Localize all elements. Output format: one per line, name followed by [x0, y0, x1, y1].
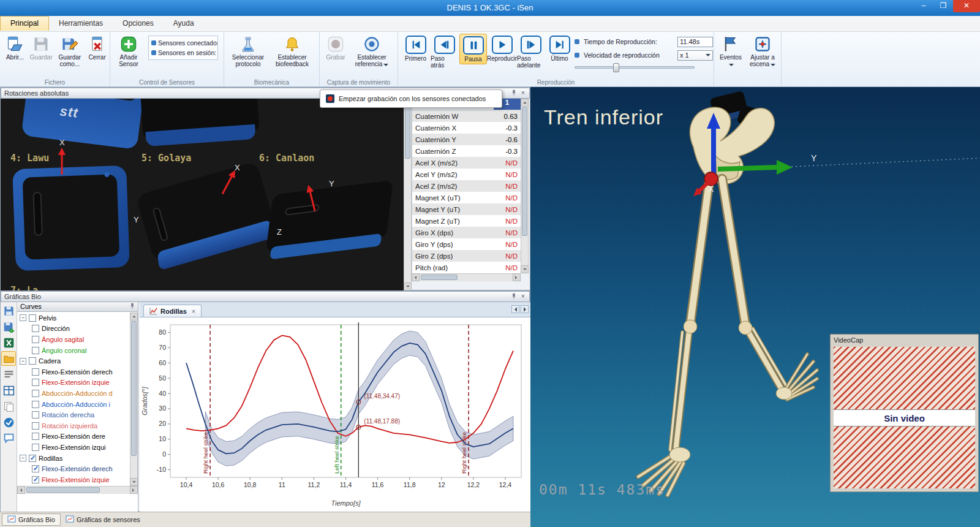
excel-icon[interactable] [1, 335, 16, 350]
tree-item-flexo-extensión-izquie[interactable]: Flexo-Extensión izquie [17, 474, 130, 485]
checkbox[interactable] [29, 357, 36, 365]
table-row[interactable]: Magnet X (uT)N/D [412, 192, 521, 203]
checkbox[interactable] [32, 401, 39, 408]
table-row[interactable]: Giro Z (dps)N/D [412, 250, 521, 262]
tab-rodillas[interactable]: Rodillas × [143, 305, 202, 317]
playback-time-input[interactable]: 11.48s [677, 37, 713, 47]
table-row[interactable]: Cuaternión Y-0.6 [412, 134, 521, 145]
menu-tab-herramientas[interactable]: Herramientas [49, 17, 113, 31]
tree-item-flexo-extensión-derech[interactable]: Flexo-Extensión derech [17, 366, 130, 377]
checkbox[interactable] [32, 379, 39, 386]
tree-item-rodillas[interactable]: −Rodillas [17, 453, 130, 464]
close-button[interactable]: ✕ [953, 0, 980, 12]
open-button[interactable]: Abrir... [2, 34, 28, 61]
checkbox[interactable] [32, 347, 39, 354]
menu-tab-principal[interactable]: Principal [0, 16, 49, 31]
checkbox[interactable] [32, 336, 39, 343]
checkbox[interactable] [29, 314, 36, 322]
statusbar-tab-gráficas-de-sensores[interactable]: Gráficas de sensores [61, 514, 145, 526]
set-reference-button[interactable]: Establecer referencia [350, 34, 393, 67]
playback-paso-adelante[interactable]: Paso adelante [517, 34, 545, 70]
table-row[interactable]: Acel Y (m/s2)N/D [412, 169, 521, 180]
knee-angle-chart[interactable]: -100102030405060708010,410,610,81111,211… [140, 317, 531, 512]
checkbox[interactable] [32, 325, 39, 332]
playback-reproducir[interactable]: Reproducir [488, 34, 516, 63]
minimize-button[interactable]: – [914, 0, 933, 12]
checkbox[interactable] [32, 390, 39, 397]
pin-icon[interactable] [510, 293, 518, 301]
checkbox[interactable] [32, 476, 39, 483]
collapse-icon[interactable]: − [20, 314, 26, 321]
checkbox[interactable] [29, 455, 36, 462]
tree-item-flexo-extensión-izquie[interactable]: Flexo-Extensión izquie [17, 377, 130, 389]
playback-último[interactable]: Último [546, 34, 573, 63]
tab-scroll-left-icon[interactable] [511, 305, 519, 313]
table-h-scrollbar[interactable] [412, 273, 521, 281]
playback-speed-select[interactable]: x 1 [677, 50, 713, 61]
tree-h-scrollbar[interactable] [17, 486, 138, 494]
playback-pausa[interactable]: Pausa [459, 34, 487, 64]
close-icon[interactable]: × [519, 89, 527, 97]
sensor-view-scrollbar[interactable] [404, 99, 412, 290]
tab-scroll-right-icon[interactable] [521, 305, 529, 313]
table-row[interactable]: Giro Y (dps)N/D [412, 238, 521, 250]
list-icon[interactable] [1, 367, 16, 382]
tree-item-pelvis[interactable]: −Pelvis [17, 313, 130, 324]
biofeedback-button[interactable]: Establecer biofeedback [271, 34, 314, 67]
collapse-icon[interactable]: − [20, 455, 26, 461]
sensor-data-table[interactable]: 1 Cuaternión W0.63Cuaternión X-0.3Cuater… [412, 99, 521, 273]
table-row[interactable]: Giro X (dps)N/D [412, 227, 521, 238]
table-row[interactable]: Cuaternión W0.63 [412, 110, 521, 122]
slider-thumb[interactable] [613, 63, 619, 72]
table-v-scrollbar[interactable] [521, 99, 529, 273]
tree-v-scrollbar[interactable] [130, 313, 138, 486]
tree-item-flexo-extensión-dere[interactable]: Flexo-Extensión dere [17, 431, 130, 442]
tree-item-flexo-extensión-derech[interactable]: Flexo-Extensión derech [17, 463, 130, 474]
checkbox[interactable] [32, 465, 39, 472]
checkbox[interactable] [32, 444, 39, 451]
table-row[interactable]: Acel X (m/s2)N/D [412, 157, 521, 169]
save-icon[interactable] [1, 303, 16, 318]
tree-item-rotación-izquierda[interactable]: Rotación izquierda [17, 420, 130, 431]
table-row[interactable]: Magnet Y (uT)N/D [412, 203, 521, 215]
table-row[interactable]: Magnet Z (uT)N/D [412, 215, 521, 227]
menu-tab-ayuda[interactable]: Ayuda [164, 17, 204, 31]
menu-tab-opciones[interactable]: Opciones [113, 17, 164, 31]
close-file-button[interactable]: Cerrar [86, 34, 108, 61]
close-icon[interactable]: × [519, 293, 527, 301]
checkbox[interactable] [32, 368, 39, 376]
add-sensor-button[interactable]: Añadir Sensor [113, 34, 145, 67]
select-protocol-button[interactable]: Seleccionar protocolo [227, 34, 270, 67]
table-row[interactable]: Cuaternión Z-0.3 [412, 145, 521, 157]
speed-slider[interactable] [575, 66, 695, 69]
table-icon[interactable] [1, 383, 16, 398]
tree-item-abducción-adducción-d[interactable]: Abducción-Adducción d [17, 388, 130, 399]
checkbox[interactable] [32, 411, 39, 419]
save-as-button[interactable]: Guardar como... [55, 34, 85, 67]
statusbar-tab-gráficas-bio[interactable]: Gráficas Bio [2, 514, 61, 526]
close-icon[interactable]: × [192, 308, 195, 315]
events-button[interactable]: Eventos [717, 34, 745, 67]
playback-primero[interactable]: Primero [402, 34, 429, 63]
tree-item-rotación-derecha[interactable]: Rotación derecha [17, 409, 130, 420]
checkbox[interactable] [32, 422, 39, 430]
pin-icon[interactable] [128, 303, 137, 311]
table-row[interactable]: Pitch (rad)N/D [412, 262, 521, 273]
tree-item-abducción-adducción-i[interactable]: Abducción-Adducción i [17, 399, 130, 410]
sensor-3d-view[interactable]: stt 4: Lawu 5: Golaya 6: Canlaon 7: La X… [1, 99, 404, 290]
table-row[interactable]: Cuaternión X-0.3 [412, 122, 521, 134]
table-row[interactable]: Acel Z (m/s2)N/D [412, 180, 521, 192]
collapse-icon[interactable]: − [20, 358, 26, 365]
tree-item-cadera[interactable]: −Cadera [17, 355, 130, 366]
tree-item-dirección[interactable]: Dirección [17, 324, 130, 335]
tree-item-ángulo-coronal[interactable]: Ángulo coronal [17, 345, 130, 356]
comment-icon[interactable] [1, 431, 16, 445]
tree-item-flexo-extensión-izqui[interactable]: Flexo-Extensión izqui [17, 442, 130, 453]
pin-icon[interactable] [510, 89, 518, 97]
export-icon[interactable] [1, 319, 16, 334]
apply-icon[interactable] [1, 415, 16, 430]
tree-item-ángulo-sagital[interactable]: Ángulo sagital [17, 334, 130, 345]
checkbox[interactable] [32, 433, 39, 440]
playback-paso-atrás[interactable]: Paso atrás [431, 34, 458, 70]
copy-icon[interactable] [1, 399, 16, 414]
